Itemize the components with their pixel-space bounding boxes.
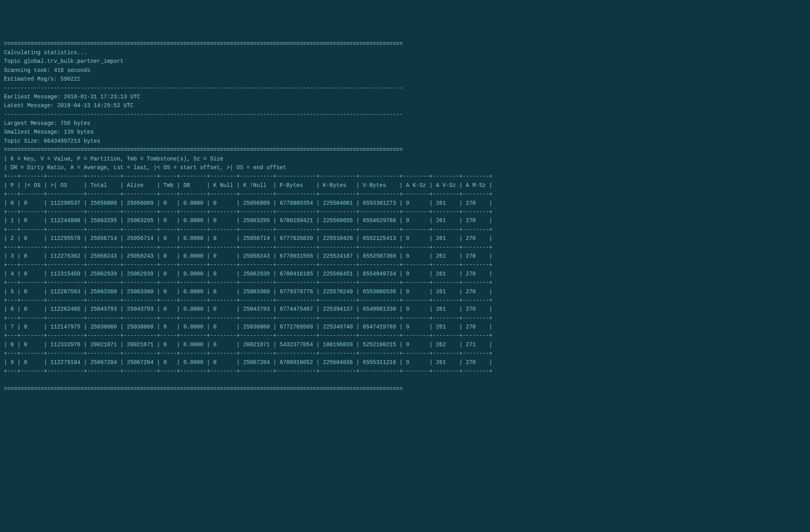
divider-single: ----------------------------------------…: [4, 85, 403, 91]
latest-value: 2018-04-13 14:29:52 UTC: [57, 102, 133, 109]
divider-double: ========================================…: [4, 147, 403, 153]
topic-size-value: 66434997213 bytes: [44, 138, 100, 144]
table-header-row: | P | |< OS | >| OS | Total | Alive | Tm…: [4, 182, 492, 189]
terminal-output: ========================================…: [4, 40, 806, 394]
calculating-line: Calculating statistics...: [4, 49, 87, 56]
legend-line1: | K = Key, V = Value, P = Partition, Tmb…: [4, 156, 223, 162]
earliest-value: 2018-01-31 17:23:13 UTC: [64, 94, 140, 100]
topic-name: global.trv_bulk.partner_import: [24, 58, 123, 64]
divider-double: ========================================…: [4, 41, 403, 47]
msgps-label: Estimated Msg/s:: [4, 76, 57, 82]
table-separator: +---+-------+-----------+----------+----…: [4, 173, 492, 179]
scanning-value: 416 seconds: [54, 67, 90, 74]
divider-double: ========================================…: [4, 386, 403, 392]
divider-single: ----------------------------------------…: [4, 111, 403, 118]
latest-label: Latest Message:: [4, 102, 54, 109]
table-body: | 0 | 0 | 112298537 | 25056009 | 2505600…: [4, 200, 492, 374]
earliest-label: Earliest Message:: [4, 94, 61, 100]
topic-label: Topic: [4, 58, 21, 64]
topic-size-label: Topic Size:: [4, 138, 40, 144]
table-separator: +---+-------+-----------+----------+----…: [4, 191, 492, 197]
smallest-value: 139 bytes: [64, 129, 94, 135]
largest-label: Largest Message:: [4, 120, 57, 126]
scanning-label: Scanning took:: [4, 67, 51, 74]
legend-line2: | DR = Dirty Ratio, A = Average, Lst = l…: [4, 164, 286, 171]
largest-value: 750 bytes: [61, 120, 91, 126]
smallest-label: Smallest Message:: [4, 129, 61, 135]
msgps-value: 590221: [61, 76, 80, 82]
